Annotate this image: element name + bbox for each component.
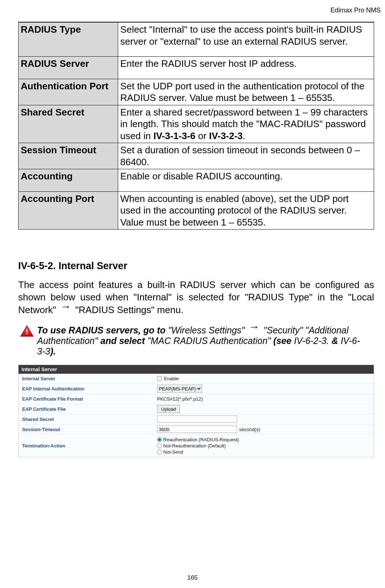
warn-t10: ). [50, 346, 56, 356]
para-text-1: The access point features a built-in RAD… [18, 279, 374, 315]
label-internal-server: Internal Server [19, 376, 157, 381]
enable-checkbox[interactable] [157, 376, 162, 381]
termination-option-label: Reauthenication (RADIUS-Request) [163, 437, 239, 442]
shared-secret-input[interactable] [157, 415, 237, 423]
table-row: Shared SecretEnter a shared secret/passw… [19, 105, 374, 143]
warn-t4: and select [100, 336, 147, 346]
termination-option-label: Not-Send [163, 449, 183, 455]
warning-icon: ! [20, 325, 33, 338]
header-product: Edimax Pro NMS [330, 7, 381, 14]
arrow-icon: → [59, 304, 73, 309]
termination-radio[interactable] [157, 450, 162, 454]
termination-radio[interactable] [157, 437, 162, 442]
internal-server-panel: Internal Server Internal Server Enable E… [18, 365, 374, 457]
param-label: Accounting [19, 169, 118, 192]
enable-label: Enable [164, 376, 179, 381]
param-label: Accounting Port [19, 191, 118, 230]
panel-body: Internal Server Enable EAP Internal Auth… [19, 374, 374, 457]
label-eap-auth: EAP Internal Authentication [19, 386, 157, 392]
warning-text: To use RADIUS servers, go to "Wireless S… [37, 324, 363, 356]
param-description: Set the UDP port used in the authenticat… [118, 79, 374, 105]
param-description: Set a duration of session timeout in sec… [118, 143, 374, 169]
page-number: 165 [0, 574, 385, 581]
para-text-2: "RADIUS Settings" menu. [73, 304, 184, 315]
param-label: RADIUS Server [19, 57, 118, 79]
row-internal-server: Internal Server Enable [19, 374, 374, 384]
row-session-timeout: Session-Timeout second(s) [19, 425, 374, 435]
table-row: Session TimeoutSet a duration of session… [19, 143, 374, 169]
eap-auth-select[interactable]: PEAP(MS-PEAP) [157, 385, 202, 393]
row-cert-format: EAP Certificate File Format PKCS#12(*.pf… [19, 394, 374, 404]
param-label: RADIUS Type [19, 22, 118, 57]
param-description: When accounting is enabled (above), set … [118, 191, 374, 230]
row-cert-file: EAP Certificate File Upload [19, 404, 374, 414]
row-eap-auth: EAP Internal Authentication PEAP(MS-PEAP… [19, 384, 374, 394]
section-paragraph: The access point features a built-in RAD… [18, 279, 374, 316]
table-row: Accounting PortWhen accounting is enable… [19, 191, 374, 230]
svg-text:!: ! [26, 328, 28, 336]
section-heading: IV-6-5-2. Internal Server [18, 260, 374, 272]
table-row: RADIUS TypeSelect "Internal" to use the … [19, 22, 374, 57]
warn-t7: IV-6-2-3. [294, 336, 332, 346]
radius-params-table: RADIUS TypeSelect "Internal" to use the … [18, 22, 374, 230]
label-session-timeout: Session-Timeout [19, 427, 157, 432]
session-timeout-unit: second(s) [239, 427, 260, 432]
termination-radio[interactable] [157, 443, 162, 448]
panel-title: Internal Server [19, 365, 374, 374]
termination-radio-group: Reauthenication (RADIUS-Request)Not-Reau… [157, 435, 239, 456]
table-row: AccountingEnable or disable RADIUS accou… [19, 169, 374, 192]
table-row: Authentication PortSet the UDP port used… [19, 79, 374, 105]
termination-option-label: Not-Reauthenication (Default) [163, 443, 226, 449]
label-cert-file: EAP Certificate File [19, 406, 157, 412]
session-timeout-input[interactable] [157, 426, 237, 433]
label-cert-format: EAP Certificate File Format [19, 396, 157, 402]
param-description: Enable or disable RADIUS accounting. [118, 169, 374, 192]
termination-option[interactable]: Reauthenication (RADIUS-Request) [157, 437, 239, 442]
warn-t5: "MAC RADIUS Authentication" [148, 336, 273, 346]
termination-option[interactable]: Not-Send [157, 449, 239, 455]
termination-option[interactable]: Not-Reauthenication (Default) [157, 443, 239, 449]
warn-t2: "Wireless Settings" [168, 325, 247, 335]
label-termination-action: Termination-Action [19, 443, 157, 449]
param-description: Select "Internal" to use the access poin… [118, 22, 374, 57]
arrow-icon: → [247, 324, 261, 329]
row-termination-action: Termination-Action Reauthenication (RADI… [19, 435, 374, 457]
param-description: Enter the RADIUS server host IP address. [118, 57, 374, 79]
row-shared-secret: Shared Secret [19, 414, 374, 425]
warning-block: ! To use RADIUS servers, go to "Wireless… [20, 324, 363, 356]
param-label: Shared Secret [19, 105, 118, 143]
upload-button[interactable]: Upload [157, 405, 180, 413]
param-label: Authentication Port [19, 79, 118, 105]
warn-t1: To use RADIUS servers, go to [37, 325, 168, 335]
cert-format-value: PKCS#12(*.pfx/*.p12) [157, 396, 203, 402]
warn-t6: (see [273, 336, 294, 346]
param-label: Session Timeout [19, 143, 118, 169]
label-shared-secret: Shared Secret [19, 417, 157, 422]
table-row: RADIUS ServerEnter the RADIUS server hos… [19, 57, 374, 79]
param-description: Enter a shared secret/password between 1… [118, 105, 374, 143]
warn-t8: & [332, 336, 341, 346]
